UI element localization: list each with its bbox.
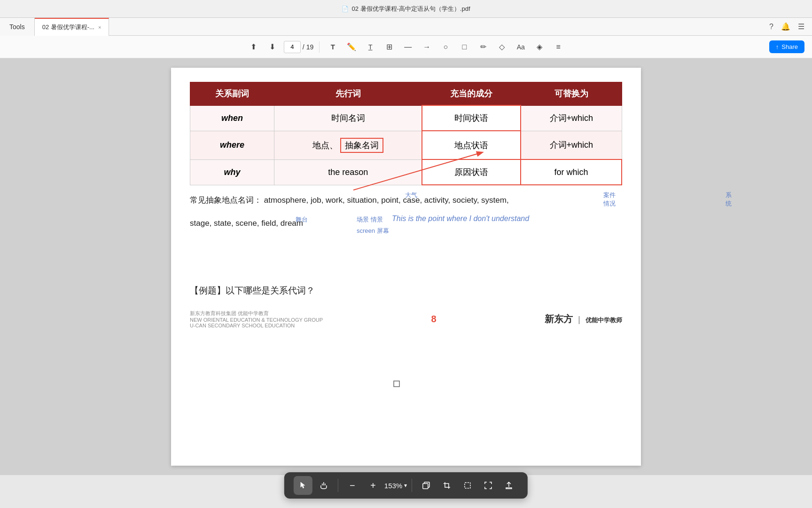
- tab-close-button[interactable]: ×: [98, 24, 101, 30]
- zoom-in-button[interactable]: +: [364, 476, 383, 495]
- separator-1: [319, 41, 320, 53]
- page-number-input[interactable]: [284, 41, 301, 53]
- crop-content-button[interactable]: [437, 476, 456, 495]
- where-keyword: where: [190, 131, 274, 159]
- svg-rect-2: [394, 381, 399, 387]
- table-row-where: where 地点、 抽象名词 地点状语 介词+which: [190, 131, 622, 159]
- tab-item-pdf[interactable]: 02 暑假优学课程-... ×: [35, 18, 109, 36]
- svg-rect-3: [423, 484, 428, 489]
- col-header-4: 可替换为: [521, 82, 622, 106]
- share-button[interactable]: ↑ Share: [769, 40, 804, 53]
- highlight-tool-button[interactable]: ✏️: [344, 40, 359, 55]
- new-oriental-logo: 新东方: [545, 314, 573, 324]
- col-header-1: 关系副词: [190, 82, 274, 106]
- table-row-when: when 时间名词 时间状语 介词+which: [190, 105, 622, 131]
- footer-brand-right: 新东方 | 优能中学教师: [545, 313, 622, 325]
- scene-annotation: 场景 情景: [357, 215, 383, 224]
- copy-button[interactable]: [417, 476, 436, 495]
- col-header-3: 充当的成分: [422, 82, 521, 106]
- upload-icon: [505, 481, 513, 490]
- copy-icon: [422, 481, 430, 490]
- pdf-footer: 新东方教育科技集团 优能中学教育 NEW ORIENTAL EDUCATION …: [190, 306, 622, 328]
- select-area-button[interactable]: [458, 476, 477, 495]
- when-antecedent: 时间名词: [274, 105, 422, 131]
- why-antecedent: the reason: [274, 159, 422, 185]
- stage-annotation: 舞台: [296, 215, 308, 224]
- example-section: 【例题】以下哪些是关系代词？: [190, 285, 622, 297]
- title-bar: 📄 02 暑假优学课程-高中定语从句（学生）.pdf: [0, 0, 812, 18]
- total-pages: 19: [306, 43, 314, 51]
- fullscreen-button[interactable]: [479, 476, 498, 495]
- crop-tool-button[interactable]: ⊞: [382, 40, 397, 55]
- fill-tool-button[interactable]: ◈: [532, 40, 547, 55]
- tools-button[interactable]: Tools: [0, 18, 35, 36]
- notification-icon[interactable]: 🔔: [781, 22, 790, 31]
- pdf-icon: 📄: [342, 6, 349, 12]
- rectangle-tool-button[interactable]: □: [457, 40, 472, 55]
- grammar-table: 关系副词 先行词 充当的成分 可替换为 when 时间名词 时间状语 介词+wh…: [190, 82, 622, 185]
- abstract-noun-highlight: 抽象名词: [340, 138, 383, 153]
- pan-tool-button[interactable]: [314, 476, 333, 495]
- cursor-arrow-icon: [299, 481, 307, 490]
- more-tool-button[interactable]: ≡: [551, 40, 566, 55]
- font-tool-button[interactable]: Aa: [513, 40, 528, 55]
- table-row-why: why the reason 原因状语 for which: [190, 159, 622, 185]
- atmosphere-annotation: 大气: [405, 191, 417, 199]
- case-annotation: 案件 情况: [603, 191, 622, 208]
- bottom-separator-2: [412, 479, 412, 492]
- eraser-tool-button[interactable]: ◇: [494, 40, 509, 55]
- window-title: 02 暑假优学课程-高中定语从句（学生）.pdf: [351, 5, 470, 13]
- zoom-dropdown-icon[interactable]: ▾: [404, 482, 407, 489]
- page-navigation: / 19: [284, 41, 313, 53]
- crop-icon: [443, 481, 451, 490]
- help-icon[interactable]: ?: [769, 23, 773, 31]
- system-annotation: 系统: [726, 191, 732, 208]
- circle-tool-button[interactable]: ○: [438, 40, 453, 55]
- pdf-page: 关系副词 先行词 充当的成分 可替换为 when 时间名词 时间状语 介词+wh…: [171, 68, 641, 466]
- fullscreen-icon: [484, 481, 492, 490]
- nav-up-button[interactable]: ⬆: [246, 40, 261, 55]
- svg-rect-4: [465, 483, 470, 488]
- toolbar: ⬆ ⬇ / 19 T ✏️ T ⊞ — → ○ □ ✏ ◇ Aa ◈ ≡ ↑ S…: [0, 36, 812, 58]
- share-icon: ↑: [776, 43, 779, 50]
- screen-annotation: screen 屏幕: [357, 227, 389, 235]
- select-area-icon: [463, 481, 472, 490]
- why-role: 原因状语: [422, 159, 521, 185]
- footer-logo-left: 新东方教育科技集团 优能中学教育 NEW ORIENTAL EDUCATION …: [190, 310, 323, 328]
- select-tool-button[interactable]: [294, 476, 312, 495]
- main-content: 关系副词 先行词 充当的成分 可替换为 when 时间名词 时间状语 介词+wh…: [0, 58, 812, 475]
- line-tool-button[interactable]: —: [400, 40, 415, 55]
- when-keyword: when: [190, 105, 274, 131]
- tab-label: 02 暑假优学课程-...: [42, 23, 94, 32]
- annotations-section: 常见抽象地点名词： atmosphere, job, work, situati…: [190, 195, 622, 228]
- when-replace: 介词+which: [521, 105, 622, 131]
- upload-button[interactable]: [500, 476, 518, 495]
- tab-bar-actions: ? 🔔 ☰: [769, 22, 804, 31]
- cursor-icon: [392, 379, 401, 389]
- zoom-level-display[interactable]: 153% ▾: [384, 482, 407, 490]
- underline-tool-button[interactable]: T: [363, 40, 378, 55]
- bottom-separator-1: [338, 479, 338, 492]
- zoom-out-button[interactable]: −: [343, 476, 362, 495]
- menu-icon[interactable]: ☰: [798, 22, 804, 31]
- where-replace: 介词+which: [521, 131, 622, 159]
- why-replace: for which: [521, 159, 622, 185]
- bottom-toolbar: − + 153% ▾: [284, 472, 528, 499]
- why-keyword: why: [190, 159, 274, 185]
- arrow-tool-button[interactable]: →: [419, 40, 434, 55]
- where-role: 地点状语: [422, 131, 521, 159]
- ucan-logo: 优能中学教师: [586, 317, 622, 324]
- hand-pan-icon: [320, 481, 328, 490]
- when-role: 时间状语: [422, 105, 521, 131]
- where-antecedent: 地点、 抽象名词: [274, 131, 422, 159]
- pencil-tool-button[interactable]: ✏: [476, 40, 491, 55]
- zoom-percentage: 153%: [384, 482, 402, 490]
- title-bar-content: 📄 02 暑假优学课程-高中定语从句（学生）.pdf: [342, 5, 470, 13]
- cursor-indicator: [392, 379, 401, 390]
- tab-bar: Tools 02 暑假优学课程-... × ? 🔔 ☰: [0, 18, 812, 36]
- col-header-2: 先行词: [274, 82, 422, 106]
- nav-down-button[interactable]: ⬇: [265, 40, 280, 55]
- footer-page-number: 8: [431, 314, 436, 325]
- text-tool-button[interactable]: T: [325, 40, 340, 55]
- example-sentence: This is the point where I don't understa…: [392, 214, 529, 223]
